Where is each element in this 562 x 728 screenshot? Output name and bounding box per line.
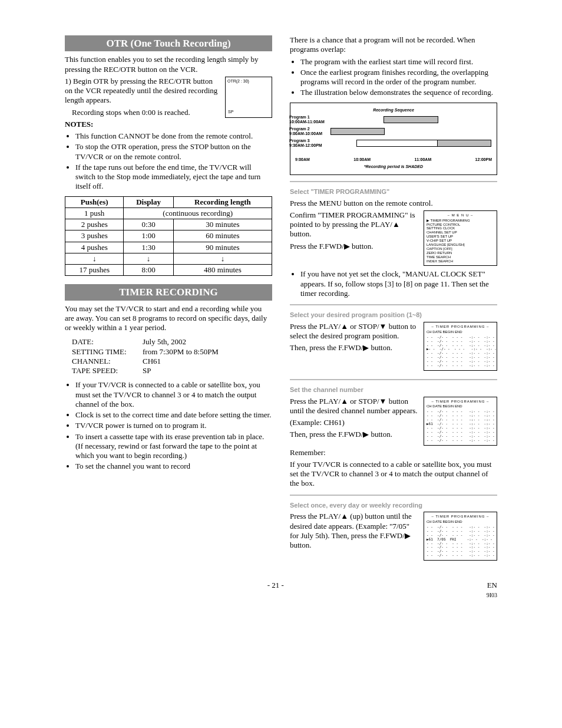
th-length: Recording length (173, 196, 272, 207)
table-cell: ↓ (124, 253, 173, 264)
kv-key: TAPE SPEED: (72, 366, 143, 375)
table-cell: 17 pushes (65, 265, 124, 276)
list-item: If the tape runs out before the end time… (75, 163, 272, 192)
osd-header: CH DATE BEGIN END (427, 404, 494, 409)
otr-osd-box: OTR(2 : 30) SP (225, 77, 272, 118)
timer-bullets: If your TV/VCR is connected to a cable o… (65, 380, 272, 471)
seq-label: 9:00AM-10:00AM (289, 131, 322, 136)
otr-notes-list: This function CANNOT be done from the re… (65, 131, 272, 192)
seq-label: 9:30AM-12:00PM (289, 143, 322, 147)
osd-header: CH DATE BEGIN END (427, 330, 494, 334)
table-cell: (continuous recording) (124, 207, 272, 219)
table-cell: 2 pushes (65, 219, 124, 230)
step-heading-date: Select once, every day or weekly recordi… (290, 502, 497, 510)
seq-time: 9:00AM (295, 157, 310, 163)
seq-label: Program 1 (289, 115, 310, 119)
osd-title: – M E N U – (427, 213, 494, 218)
table-cell: ↓ (65, 253, 124, 264)
step-heading-pos: Select your desired program position (1~… (290, 311, 497, 319)
table-cell: 1:00 (124, 230, 173, 242)
osd-item: CAPTION [OFF] (427, 247, 494, 251)
table-cell: 0:30 (124, 219, 173, 230)
step-text: Press the MENU button on the remote cont… (290, 199, 497, 208)
seq-label: Program 3 (289, 139, 310, 143)
list-item: TV/VCR power is turned on to program it. (75, 421, 272, 430)
table-cell: 60 minutes (173, 230, 272, 242)
seq-note: *Recording period is SHADED (295, 164, 492, 170)
timer-prog-osd: – TIMER PROGRAMMING – CH DATE BEGIN END … (424, 322, 497, 371)
table-cell: 4 pushes (65, 242, 124, 253)
table-cell: 8:00 (124, 265, 173, 276)
table-cell: ↓ (173, 253, 272, 264)
pushes-table: Push(es) Display Recording length 1 push… (65, 196, 272, 276)
overlap-intro: There is a chance that a program will no… (290, 35, 497, 55)
otr-osd-text: OTR(2 : 30) (227, 79, 249, 83)
table-cell: 1:30 (124, 242, 173, 253)
right-column: There is a chance that a program will no… (290, 35, 497, 563)
table-cell: 90 minutes (173, 242, 272, 253)
osd-item: INDEX SEARCH (427, 259, 494, 263)
list-item: The program with the earliest start time… (300, 57, 497, 67)
menu-osd: – M E N U – TIMER PROGRAMMING PICTURE CO… (424, 210, 497, 266)
osd-item: CHANNEL SET UP (427, 230, 494, 235)
kv-key: SETTING TIME: (72, 347, 143, 357)
table-cell: 480 minutes (173, 265, 272, 276)
osd-item: V-CHIP SET UP (427, 239, 494, 243)
osd-item: ZERO RETURN (427, 251, 494, 255)
kv-val: July 5th, 2002 (143, 337, 186, 347)
example-settings: DATE:July 5th, 2002 SETTING TIME:from 7:… (72, 337, 272, 375)
step-text: If you have not yet set the clock, "MANU… (300, 269, 497, 298)
notes-label: NOTES: (65, 120, 272, 129)
kv-val: SP (143, 366, 151, 375)
timer-prog-osd-ch: – TIMER PROGRAMMING – CH DATE BEGIN END … (424, 397, 497, 446)
osd-item: TIMER PROGRAMMING (427, 219, 494, 223)
table-cell: 3 pushes (65, 230, 124, 242)
step-text: If your TV/VCR is connected to a cable o… (290, 460, 497, 489)
osd-item: TIME SEARCH (427, 255, 494, 259)
osd-item: SETTING CLOCK (427, 226, 494, 230)
step-heading-tp: Select "TIMER PROGRAMMING" (290, 188, 497, 196)
osd-item: PICTURE CONTROL (427, 223, 494, 227)
table-cell: 1 push (65, 207, 124, 219)
th-pushes: Push(es) (65, 196, 124, 207)
footer-code: 9I03 (487, 592, 497, 598)
list-item: To insert a cassette tape with its erase… (75, 432, 272, 461)
otr-intro: This function enables you to set the rec… (65, 55, 272, 74)
overlap-bullets: The program with the earliest start time… (290, 57, 497, 98)
kv-val: CH61 (143, 357, 161, 366)
list-item: The illustration below demonstrates the … (300, 88, 497, 97)
kv-val: from 7:30PM to 8:50PM (143, 347, 219, 357)
list-item: If your TV/VCR is connected to a cable o… (75, 380, 272, 409)
footer-lang: EN (487, 581, 497, 589)
osd-title: – TIMER PROGRAMMING – (427, 400, 494, 404)
list-item: Once the earliest program finishes recor… (300, 68, 497, 87)
osd-item: USER'S SET UP (427, 235, 494, 239)
seq-label: Program 2 (289, 127, 310, 131)
osd-header: CH DATE BEGIN END (427, 520, 494, 524)
page-number: - 21 - (267, 581, 284, 600)
seq-time: 10:00AM (353, 157, 371, 163)
page-content: OTR (One Touch Recording) This function … (65, 35, 497, 563)
seq-label: 10:00AM-11:00AM (289, 120, 325, 124)
list-item: To set the channel you want to record (75, 462, 272, 471)
list-item: To stop the OTR operation, press the STO… (75, 142, 272, 162)
osd-item: LANGUAGE [ENGLISH] (427, 243, 494, 247)
otr-osd-sp: SP (228, 110, 233, 115)
list-item: Clock is set to the correct time and dat… (75, 410, 272, 420)
recording-sequence-diagram: Recording Sequence Program 110:00AM-11:0… (290, 103, 497, 175)
step-heading-ch: Set the channel number (290, 386, 497, 394)
page-footer: - 21 - EN 9I03 (65, 581, 497, 600)
seq-time: 11:00AM (414, 157, 431, 163)
timer-heading: TIMER RECORDING (65, 284, 272, 300)
osd-title: – TIMER PROGRAMMING – (427, 515, 494, 519)
table-cell: 30 minutes (173, 219, 272, 230)
otr-heading: OTR (One Touch Recording) (65, 35, 272, 51)
osd-title: – TIMER PROGRAMMING – (427, 325, 494, 329)
step-text: Remember: (290, 448, 497, 457)
timer-intro: You may set the TV/VCR to start and end … (65, 304, 272, 333)
timer-prog-osd-date: – TIMER PROGRAMMING – CH DATE BEGIN END … (424, 512, 497, 561)
th-display: Display (124, 196, 173, 207)
kv-key: DATE: (72, 337, 143, 347)
left-column: OTR (One Touch Recording) This function … (65, 35, 272, 563)
kv-key: CHANNEL: (72, 357, 143, 366)
